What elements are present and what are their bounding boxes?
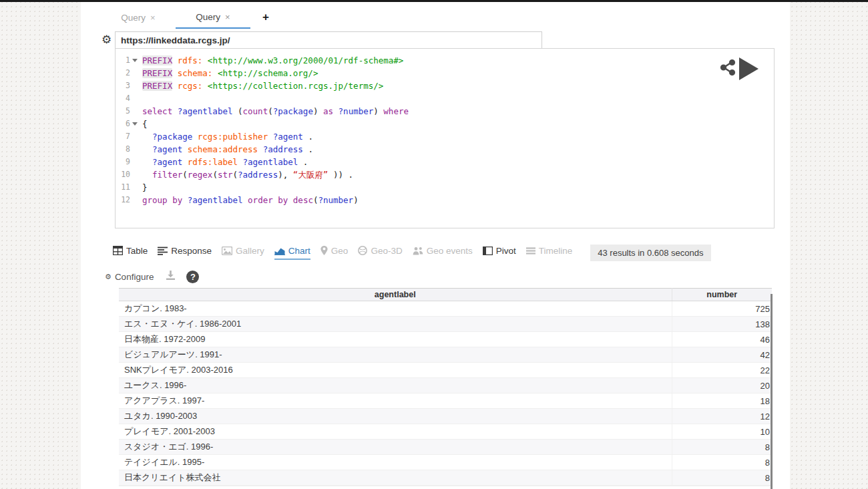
results-summary: 43 results in 0.608 seconds — [590, 244, 710, 261]
table-row: テイジイエル. 1995-8 — [119, 455, 772, 470]
chart-toolbar: ⚙ Configure ? — [105, 268, 199, 285]
endpoint-url-input[interactable] — [115, 31, 542, 49]
query-editor-lines: 1PREFIX rdfs: <http://www.w3.org/2000/01… — [116, 54, 774, 206]
query-editor[interactable]: 1PREFIX rdfs: <http://www.w3.org/2000/01… — [115, 48, 775, 228]
partial-next-row — [119, 486, 772, 489]
people-icon — [413, 247, 423, 255]
table-row: 日本物産. 1972-200946 — [119, 332, 772, 347]
tab-gallery[interactable]: Gallery — [222, 246, 264, 260]
table-row: プレイモア. 2001-200310 — [119, 424, 772, 440]
share-icon[interactable] — [720, 59, 736, 78]
fold-arrow-icon[interactable] — [132, 59, 138, 62]
response-icon — [158, 247, 168, 255]
tab-geo-3d[interactable]: Geo-3D — [358, 246, 402, 260]
download-icon[interactable] — [166, 271, 176, 283]
tab-chart[interactable]: Chart — [274, 246, 310, 260]
tab-pivot[interactable]: Pivot — [483, 246, 516, 260]
play-icon[interactable] — [739, 57, 758, 80]
column-header-number[interactable]: number — [672, 289, 772, 301]
results-tab-bar: Table Response Gallery Chart Geo Geo-3D … — [113, 242, 711, 263]
chart-icon — [274, 247, 285, 255]
table-row: カプコン. 1983-725 — [119, 301, 772, 317]
pivot-icon — [483, 247, 493, 255]
timeline-icon — [526, 247, 535, 255]
query-tab-label: Query — [196, 12, 220, 22]
results-table: agentlabel number カプコン. 1983-725エス・エヌ・ケイ… — [119, 288, 772, 489]
table-row: スタジオ・エゴ. 1996-8 — [119, 440, 772, 455]
configure-button[interactable]: ⚙ Configure — [105, 272, 154, 282]
table-row: ユークス. 1996-20 — [119, 378, 772, 393]
table-row: SNKプレイモア. 2003-201622 — [119, 363, 772, 378]
query-tab-2[interactable]: Query × — [176, 6, 250, 29]
query-tab-label: Query — [121, 13, 146, 23]
editor-tab-bar: Query × Query × + — [101, 6, 269, 29]
geo-pin-icon — [320, 246, 328, 255]
new-tab-button[interactable]: + — [262, 11, 269, 24]
close-icon[interactable]: × — [225, 12, 230, 22]
tab-geo[interactable]: Geo — [320, 246, 349, 260]
table-row: アクアプラス. 1997-18 — [119, 393, 772, 409]
table-row: 日本クリエイト株式会社8 — [119, 470, 772, 486]
tab-table[interactable]: Table — [113, 246, 148, 260]
table-icon — [113, 246, 123, 255]
gear-icon[interactable]: ⚙ — [101, 33, 112, 47]
gear-icon: ⚙ — [105, 273, 112, 281]
column-header-agentlabel[interactable]: agentlabel — [119, 289, 672, 301]
close-icon[interactable]: × — [150, 13, 156, 23]
query-tab-1[interactable]: Query × — [101, 6, 176, 29]
results-table-body: カプコン. 1983-725エス・エヌ・ケイ. 1986-2001138日本物産… — [119, 301, 772, 486]
table-row: ビジュアルアーツ. 1991-42 — [119, 347, 772, 363]
help-icon[interactable]: ? — [186, 271, 199, 283]
table-row: エス・エヌ・ケイ. 1986-2001138 — [119, 317, 772, 332]
globe-icon — [358, 246, 367, 255]
tab-geo-events[interactable]: Geo events — [413, 246, 473, 260]
tab-timeline[interactable]: Timeline — [526, 246, 573, 260]
fold-arrow-icon[interactable] — [132, 122, 138, 126]
tab-response[interactable]: Response — [158, 246, 212, 260]
gallery-icon — [222, 247, 232, 255]
vertical-scrollbar[interactable] — [771, 294, 773, 489]
table-row: ユタカ. 1990-200312 — [119, 409, 772, 424]
app-panel: Query × Query × + ⚙ 1PREFIX rdfs: <http:… — [81, 2, 790, 489]
